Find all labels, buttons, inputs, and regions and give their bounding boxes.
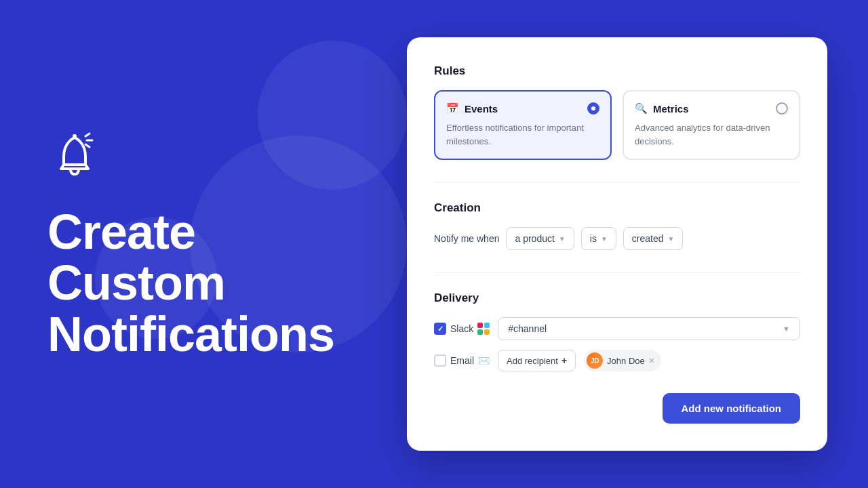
- rules-section: Rules 📅 Events Effortless notifications …: [434, 64, 800, 160]
- email-label: Email: [450, 355, 474, 366]
- notify-label: Notify me when: [434, 233, 499, 244]
- metrics-card-desc: Advanced analytics for data-driven decis…: [635, 121, 788, 148]
- slack-checkbox[interactable]: [434, 323, 446, 335]
- remove-recipient-button[interactable]: ×: [649, 356, 654, 365]
- email-checkbox[interactable]: [434, 354, 446, 367]
- creation-section: Creation Notify me when a product ▼ is ▼…: [434, 201, 800, 250]
- email-icon: ✉️: [478, 355, 490, 366]
- metrics-card-header: 🔍 Metrics: [635, 102, 788, 115]
- svg-line-3: [85, 144, 90, 147]
- created-dropdown[interactable]: created ▼: [623, 227, 684, 250]
- bell-icon: [47, 128, 353, 185]
- chevron-down-icon: ▼: [601, 235, 608, 243]
- creation-section-title: Creation: [434, 201, 800, 215]
- svg-line-1: [85, 134, 90, 136]
- metrics-card-title: Metrics: [653, 103, 689, 115]
- add-recipient-button[interactable]: Add recipient +: [498, 350, 576, 371]
- rules-section-title: Rules: [434, 64, 800, 78]
- chevron-down-icon: ▼: [783, 325, 790, 333]
- svg-point-0: [73, 134, 77, 138]
- slack-checkbox-wrapper: Slack: [434, 323, 490, 335]
- recipient-tag: JD John Doe ×: [584, 350, 661, 371]
- events-card-header: 📅 Events: [446, 102, 599, 115]
- rules-grid: 📅 Events Effortless notifications for im…: [434, 90, 800, 160]
- delivery-section-title: Delivery: [434, 291, 800, 305]
- calendar-icon: 📅: [446, 102, 459, 115]
- search-icon: 🔍: [635, 102, 648, 115]
- email-delivery-row: Email ✉️ Add recipient + JD John Doe ×: [434, 350, 800, 371]
- product-dropdown[interactable]: a product ▼: [506, 227, 574, 250]
- avatar: JD: [587, 352, 603, 369]
- plus-icon: +: [561, 355, 567, 366]
- channel-select[interactable]: #channel ▼: [498, 317, 800, 340]
- delivery-section: Delivery Slack #channel ▼: [434, 291, 800, 371]
- is-dropdown[interactable]: is ▼: [581, 227, 616, 250]
- left-panel: Create Custom Notifications: [0, 87, 393, 401]
- hero-title: Create Custom Notifications: [47, 207, 353, 361]
- slack-delivery-row: Slack #channel ▼: [434, 317, 800, 340]
- chevron-down-icon: ▼: [559, 235, 566, 243]
- divider-1: [434, 182, 800, 182]
- events-card-title: Events: [465, 103, 498, 115]
- creation-row: Notify me when a product ▼ is ▼ created …: [434, 227, 800, 250]
- metrics-radio[interactable]: [776, 102, 788, 115]
- email-checkbox-wrapper: Email ✉️: [434, 354, 490, 367]
- recipient-name: John Doe: [607, 356, 645, 366]
- channel-value: #channel: [508, 323, 547, 334]
- metrics-rule-card[interactable]: 🔍 Metrics Advanced analytics for data-dr…: [623, 90, 800, 160]
- slack-logo-icon: [477, 323, 490, 335]
- slack-label: Slack: [450, 323, 473, 334]
- chevron-down-icon: ▼: [668, 235, 675, 243]
- events-radio[interactable]: [587, 102, 599, 115]
- add-notification-button[interactable]: Add new notification: [663, 393, 801, 424]
- right-panel: Rules 📅 Events Effortless notifications …: [393, 10, 868, 478]
- add-notification-wrapper: Add new notification: [434, 393, 800, 424]
- divider-2: [434, 272, 800, 272]
- events-card-desc: Effortless notifications for important m…: [446, 121, 599, 148]
- notification-card: Rules 📅 Events Effortless notifications …: [407, 37, 827, 451]
- events-rule-card[interactable]: 📅 Events Effortless notifications for im…: [434, 90, 612, 160]
